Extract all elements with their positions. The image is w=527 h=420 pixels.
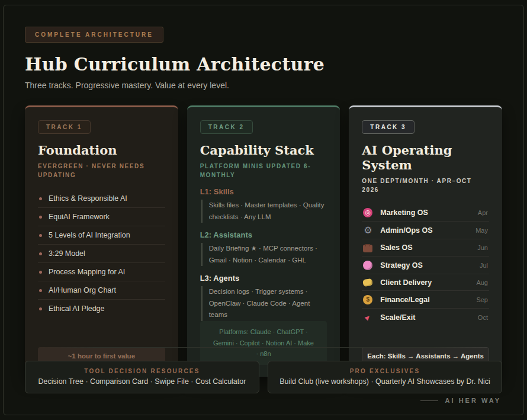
page-header: COMPLETE ARCHITECTURE Hub Curriculum Arc… xyxy=(25,27,501,90)
foundation-item-label: 5 Levels of AI Integration xyxy=(49,231,130,239)
brand-watermark: AI HER WAY xyxy=(420,397,501,404)
track-3-badge: TRACK 3 xyxy=(362,120,414,134)
resource-body: Decision Tree · Comparison Card · Swipe … xyxy=(31,377,253,386)
tool-decision-resources-box: TOOL DECISION RESOURCES Decision Tree · … xyxy=(25,361,259,393)
briefcase-icon xyxy=(363,245,372,252)
handshake-icon xyxy=(363,278,374,286)
foundation-item-label: Ethics & Responsible AI xyxy=(49,194,127,203)
os-row: Finance/Legal Sep xyxy=(362,291,489,309)
foundation-item: 3:29 Model xyxy=(38,245,165,263)
track-3-tagline: ONE DEPT/MONTH · APR–OCT 2026 xyxy=(362,177,489,194)
section-divider xyxy=(43,347,484,348)
os-row: Strategy OS Jul xyxy=(362,257,489,274)
os-label: Sales OS xyxy=(380,243,412,252)
track-2-title: Capability Stack xyxy=(200,143,327,158)
foundation-item: EquiAI Framework xyxy=(38,208,165,226)
track-1-badge: TRACK 1 xyxy=(38,120,91,134)
track-3-title: AI Operating System xyxy=(362,143,489,172)
foundation-item-label: Ethical AI Pledge xyxy=(49,304,105,313)
os-label: Marketing OS xyxy=(380,209,428,217)
foundation-item: AI/Human Org Chart xyxy=(38,281,165,300)
track-2-badge: TRACK 2 xyxy=(200,120,253,134)
track-2-card: TRACK 2 Capability Stack PLATFORM MINIS … xyxy=(187,105,340,377)
target-icon xyxy=(363,208,372,217)
level-3-body: Decision logs · Trigger systems · OpenCl… xyxy=(201,286,327,321)
bullet-icon xyxy=(39,197,42,200)
os-label: Scale/Exit xyxy=(380,313,415,322)
track-1-card: TRACK 1 Foundation EVERGREEN · NEVER NEE… xyxy=(25,105,178,377)
bullet-icon xyxy=(39,252,42,255)
os-month: Apr xyxy=(478,209,488,216)
level-2-assistants: L2: Assistants Daily Briefing ★ · MCP co… xyxy=(200,230,327,266)
level-2-body: Daily Briefing ★ · MCP connectors · Gmai… xyxy=(201,243,327,266)
os-row: Marketing OS Apr xyxy=(362,204,489,222)
tracks-row: TRACK 1 Foundation EVERGREEN · NEVER NEE… xyxy=(25,105,502,335)
os-month: May xyxy=(475,227,488,234)
level-3-agents: L3: Agents Decision logs · Trigger syste… xyxy=(200,274,327,321)
bullet-icon xyxy=(39,234,42,237)
bullet-icon xyxy=(39,289,42,292)
os-month: Jul xyxy=(480,262,488,269)
track-1-list: Ethics & Responsible AI EquiAI Framework… xyxy=(38,190,165,318)
money-bag-icon xyxy=(363,295,372,304)
resource-heading: PRO EXCLUSIVES xyxy=(274,368,496,374)
os-row: Admin/Ops OS May xyxy=(362,222,489,239)
bullet-icon xyxy=(39,216,42,219)
foundation-item: Process Mapping for AI xyxy=(38,263,165,281)
os-month: Oct xyxy=(478,314,488,321)
platforms-pill: Platforms: Claude · ChatGPT · Gemini · C… xyxy=(200,321,327,365)
foundation-item-label: AI/Human Org Chart xyxy=(49,286,116,294)
os-label: Strategy OS xyxy=(380,261,423,270)
resource-body: Build Club (live workshops) · Quarterly … xyxy=(274,377,496,386)
os-schedule-list: Marketing OS Apr Admin/Ops OS May Sales … xyxy=(362,204,489,326)
track-3-card: TRACK 3 AI Operating System ONE DEPT/MON… xyxy=(349,105,502,377)
track-2-tagline: PLATFORM MINIS UPDATED 6-MONTHLY xyxy=(200,162,327,179)
level-1-skills: L1: Skills Skills files · Master templat… xyxy=(200,187,327,223)
resources-row: TOOL DECISION RESOURCES Decision Tree · … xyxy=(25,361,502,393)
foundation-item: 5 Levels of AI Integration xyxy=(38,226,165,245)
bullet-icon xyxy=(39,307,42,310)
level-1-heading: L1: Skills xyxy=(200,187,327,196)
brand-watermark-label: AI HER WAY xyxy=(445,397,501,404)
rocket-icon xyxy=(363,313,372,322)
foundation-item-label: EquiAI Framework xyxy=(49,213,110,221)
resource-heading: TOOL DECISION RESOURCES xyxy=(31,368,253,374)
os-month: Sep xyxy=(476,296,488,303)
level-1-body: Skills files · Master templates · Qualit… xyxy=(201,200,327,223)
foundation-item-label: 3:29 Model xyxy=(49,249,85,258)
bullet-icon xyxy=(39,271,42,274)
level-3-heading: L3: Agents xyxy=(200,274,327,283)
dash-line-icon xyxy=(420,400,438,401)
level-2-heading: L2: Assistants xyxy=(200,230,327,239)
foundation-item: Ethical AI Pledge xyxy=(38,300,165,318)
os-label: Client Delivery xyxy=(380,278,432,287)
os-month: Jun xyxy=(477,244,488,251)
track-1-title: Foundation xyxy=(38,143,165,158)
foundation-item: Ethics & Responsible AI xyxy=(38,190,165,208)
os-row: Sales OS Jun xyxy=(362,239,489,257)
page-subtitle: Three tracks. Progressive mastery. Value… xyxy=(25,81,501,90)
complete-architecture-badge: COMPLETE ARCHITECTURE xyxy=(25,27,163,43)
os-label: Finance/Legal xyxy=(380,296,429,304)
os-label: Admin/Ops OS xyxy=(380,226,432,235)
os-month: Aug xyxy=(476,279,488,286)
gear-icon xyxy=(363,226,372,235)
page-title: Hub Curriculum Architecture xyxy=(25,54,501,75)
foundation-item-label: Process Mapping for AI xyxy=(49,268,125,276)
os-row: Scale/Exit Oct xyxy=(362,309,489,326)
brain-icon xyxy=(363,261,372,270)
os-row: Client Delivery Aug xyxy=(362,274,489,291)
pro-exclusives-box: PRO EXCLUSIVES Build Club (live workshop… xyxy=(268,361,502,393)
track-1-tagline: EVERGREEN · NEVER NEEDS UPDATING xyxy=(38,162,165,179)
